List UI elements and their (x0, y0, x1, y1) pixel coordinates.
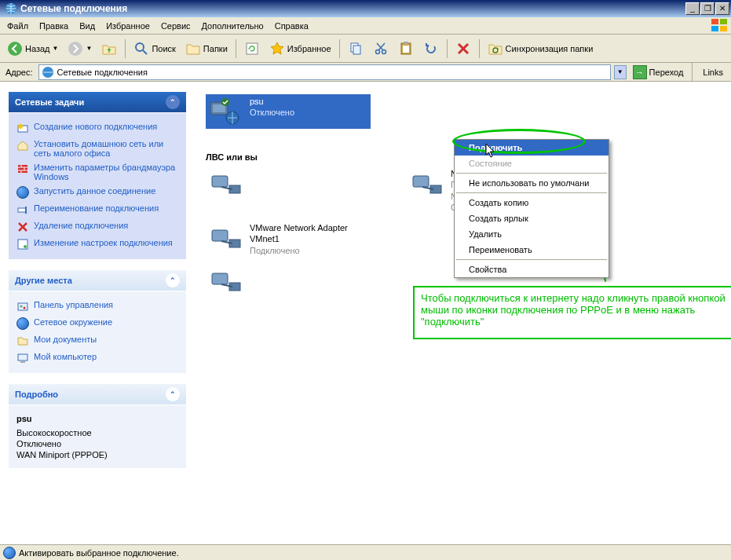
ctx-delete[interactable]: Удалить (455, 226, 609, 242)
titlebar: Сетевые подключения _ ❐ ✕ (0, 0, 731, 17)
search-label: Поиск (152, 44, 175, 53)
group-broadband (206, 86, 720, 94)
delete-icon (16, 221, 29, 233)
ctx-copy[interactable]: Создать копию (455, 195, 609, 210)
lan-icon (408, 168, 446, 199)
scissors-icon (373, 41, 389, 57)
link-my-documents[interactable]: Мои документы (16, 332, 178, 350)
folder-up-icon (101, 41, 117, 57)
link-control-panel[interactable]: Панель управления (16, 298, 178, 315)
forward-button[interactable]: ▼ (64, 38, 96, 60)
svg-rect-36 (212, 230, 228, 241)
context-menu: Подключить Состояние Не использовать по … (454, 139, 609, 278)
computer-icon (16, 352, 29, 364)
svg-point-7 (136, 43, 144, 51)
favorites-button[interactable]: Избранное (265, 38, 335, 60)
svg-rect-2 (720, 19, 727, 24)
toolbar: Назад ▼ ▼ Поиск Папки Избранное Синхрони… (0, 35, 731, 63)
task-home-network[interactable]: Установить домашнюю сеть или сеть малого… (16, 137, 178, 160)
conn-name: VMware Network Adapter VMnet1 (250, 222, 369, 245)
undo-button[interactable] (419, 38, 443, 60)
svg-rect-15 (403, 46, 409, 53)
ctx-rename[interactable]: Переименовать (455, 242, 609, 258)
address-value: Сетевые подключения (57, 68, 148, 77)
ctx-nodefault[interactable]: Не использовать по умолчани (455, 175, 609, 191)
svg-rect-14 (404, 42, 408, 44)
rename-icon (16, 203, 29, 216)
star-icon (269, 41, 285, 57)
task-delete[interactable]: Удаление подключения (16, 218, 178, 236)
task-firewall[interactable]: Изменить параметры брандмауэра Windows (16, 160, 178, 184)
menu-help[interactable]: Справка (269, 19, 314, 33)
menu-favorites[interactable]: Избранное (101, 19, 155, 33)
x-icon (455, 41, 471, 57)
ctx-connect[interactable]: Подключить (455, 140, 609, 156)
maximize-button[interactable]: ❐ (700, 2, 715, 15)
addressbar: Адрес: Сетевые подключения ▼ → Переход L… (0, 63, 731, 82)
collapse-icon[interactable]: ⌃ (166, 95, 180, 109)
ctx-shortcut[interactable]: Создать ярлык (455, 210, 609, 226)
connection-vmware[interactable]: VMware Network Adapter VMnet1 Подключено (206, 221, 371, 258)
svg-point-25 (24, 307, 26, 309)
svg-rect-10 (353, 46, 360, 54)
details-name: psu (16, 413, 178, 424)
menu-file[interactable]: Файл (2, 19, 34, 33)
sync-button[interactable]: Синхронизация папки (484, 38, 598, 60)
link-network-places[interactable]: Сетевое окружение (16, 315, 178, 332)
menubar: Файл Правка Вид Избранное Сервис Дополни… (0, 17, 731, 35)
task-new-connection[interactable]: Создание нового подключения (16, 119, 178, 137)
copy-button[interactable] (344, 38, 367, 60)
panel-network-tasks: Сетевые задачи ⌃ Создание нового подключ… (8, 91, 187, 260)
svg-rect-32 (212, 176, 228, 187)
panel-other-places: Другие места ⌃ Панель управления Сетевое… (8, 269, 187, 374)
menu-service[interactable]: Сервис (155, 19, 196, 33)
menu-edit[interactable]: Правка (34, 19, 74, 33)
svg-rect-8 (247, 43, 258, 54)
back-button[interactable]: Назад ▼ (3, 38, 62, 60)
up-button[interactable] (97, 38, 121, 60)
properties-icon (16, 238, 29, 251)
address-label: Адрес: (3, 68, 35, 77)
collapse-icon[interactable]: ⌃ (166, 387, 180, 401)
folders-button[interactable]: Папки (181, 38, 232, 60)
annotation-text: Чтобы подключиться к интернету надо клик… (413, 286, 731, 339)
svg-rect-29 (213, 104, 225, 112)
sidebar: Сетевые задачи ⌃ Создание нового подключ… (0, 82, 195, 544)
conn-status: Отключено (250, 107, 294, 118)
connection-lan-hidden2[interactable] (206, 264, 243, 298)
address-dropdown[interactable]: ▼ (614, 65, 627, 79)
network-places-icon (16, 317, 29, 330)
connection-lan-hidden1[interactable] (206, 167, 243, 214)
connection-psu[interactable]: psu Отключено (206, 94, 371, 129)
svg-rect-4 (720, 26, 727, 31)
svg-rect-3 (711, 26, 718, 31)
close-button[interactable]: ✕ (715, 2, 729, 15)
ctx-properties[interactable]: Свойства (455, 262, 609, 277)
menu-view[interactable]: Вид (74, 19, 101, 33)
collapse-icon[interactable]: ⌃ (166, 273, 180, 287)
firewall-icon (16, 163, 29, 175)
task-rename[interactable]: Переименование подключения (16, 201, 178, 218)
address-input[interactable]: Сетевые подключения (38, 64, 611, 80)
favorites-label: Избранное (287, 44, 331, 53)
documents-icon (16, 335, 29, 347)
details-type: Высокоскоростное (16, 427, 178, 438)
refresh-icon (244, 41, 260, 57)
search-button[interactable]: Поиск (130, 38, 179, 60)
forward-icon (68, 41, 83, 57)
globe-icon (3, 547, 16, 559)
cut-button[interactable] (369, 38, 393, 60)
link-my-computer[interactable]: Мой компьютер (16, 350, 178, 367)
links-label[interactable]: Links (698, 68, 728, 77)
task-start-connection[interactable]: Запустить данное соединение (16, 184, 178, 201)
refresh-button[interactable] (240, 38, 264, 60)
svg-rect-18 (18, 165, 27, 173)
paste-button[interactable] (394, 38, 418, 60)
go-button[interactable]: → Переход (630, 64, 687, 80)
menu-advanced[interactable]: Дополнительно (196, 19, 269, 33)
minimize-button[interactable]: _ (685, 2, 700, 15)
status-text: Активировать выбранное подключение. (19, 548, 179, 558)
svg-rect-20 (25, 207, 27, 214)
delete-button[interactable] (451, 38, 475, 60)
task-properties[interactable]: Изменение настроек подключения (16, 236, 178, 253)
